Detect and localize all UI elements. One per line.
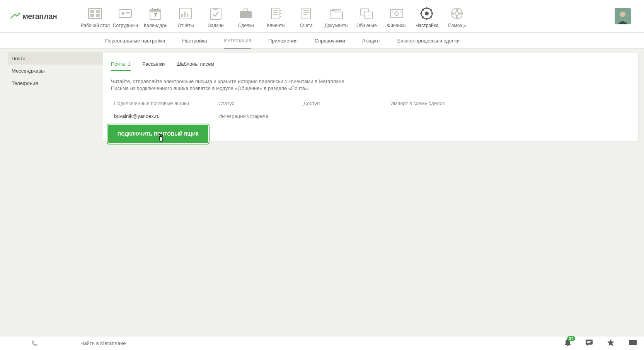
calendar-icon: дек 7 bbox=[148, 7, 163, 20]
nav-employees[interactable]: Сотрудники bbox=[110, 0, 140, 32]
tab-mail[interactable]: Почта 1 bbox=[111, 61, 131, 71]
nav-clients[interactable]: Клиенты bbox=[261, 0, 291, 32]
svg-rect-30 bbox=[303, 12, 309, 13]
table-row[interactable]: buvalnik@yandex.ru Интеграция устарела bbox=[111, 111, 630, 125]
nav-label: Рабочий стол bbox=[81, 23, 110, 28]
svg-rect-57 bbox=[587, 341, 591, 342]
svg-rect-4 bbox=[96, 14, 100, 17]
subnav-personal[interactable]: Персональные настройки bbox=[105, 33, 165, 49]
sub-nav: Персональные настройки Настройка Интегра… bbox=[0, 33, 644, 49]
subnav-integration[interactable]: Интеграция bbox=[224, 33, 251, 49]
subnav-account[interactable]: Аккаунт bbox=[362, 33, 380, 49]
tab-templates[interactable]: Шаблоны писем bbox=[176, 61, 214, 71]
svg-rect-3 bbox=[90, 14, 94, 17]
favorite-button[interactable] bbox=[607, 339, 615, 348]
nav-label: Помощь bbox=[448, 23, 466, 28]
svg-rect-40 bbox=[392, 11, 393, 12]
td-import bbox=[390, 113, 627, 119]
bell-badge: 37 bbox=[567, 336, 575, 341]
logo[interactable]: мегаплан bbox=[10, 12, 57, 21]
svg-rect-15 bbox=[184, 12, 186, 17]
nav-label: Финансы bbox=[387, 23, 406, 28]
subnav-directories[interactable]: Справочники bbox=[315, 33, 345, 49]
tab-broadcasts[interactable]: Рассылки bbox=[142, 61, 165, 71]
svg-rect-14 bbox=[181, 14, 183, 17]
employees-icon bbox=[118, 7, 133, 20]
nav-tasks[interactable]: Задачи bbox=[201, 0, 231, 32]
nav-finance[interactable]: Финансы bbox=[382, 0, 412, 32]
svg-rect-32 bbox=[332, 9, 341, 10]
svg-rect-21 bbox=[271, 8, 279, 19]
svg-rect-31 bbox=[303, 14, 307, 15]
subnav-apps[interactable]: Приложения bbox=[268, 33, 298, 49]
svg-point-43 bbox=[425, 12, 429, 15]
svg-rect-38 bbox=[390, 9, 403, 18]
calendar-day: 7 bbox=[148, 12, 163, 18]
search-input[interactable] bbox=[80, 340, 196, 346]
svg-rect-16 bbox=[187, 13, 188, 17]
bottom-bar: 37 bbox=[0, 336, 644, 350]
connect-mailbox-button[interactable]: ПОДКЛЮЧИТЬ ПОЧТОВЫЙ ЯЩИК bbox=[108, 125, 208, 143]
svg-rect-1 bbox=[90, 10, 94, 13]
svg-rect-26 bbox=[273, 12, 278, 13]
sidebar-item-messengers[interactable]: Мессенджеры bbox=[8, 65, 103, 77]
sidebar-item-mail[interactable]: Почта bbox=[8, 52, 103, 65]
table-header: Подключенные почтовые ящики Статус Досту… bbox=[111, 99, 630, 111]
subnav-bp-deals[interactable]: Бизнес-процессы и сделки bbox=[397, 33, 460, 49]
sidebar-item-telephony[interactable]: Телефония bbox=[8, 77, 103, 89]
reports-icon bbox=[178, 7, 193, 20]
svg-point-35 bbox=[366, 15, 367, 15]
book-button[interactable] bbox=[629, 339, 637, 347]
svg-rect-19 bbox=[240, 11, 252, 18]
nav-calendar[interactable]: дек 7 Календарь bbox=[140, 0, 170, 32]
desktop-icon bbox=[87, 7, 103, 20]
nav-deals[interactable]: Сделки bbox=[231, 0, 261, 32]
nav-label: Документы bbox=[324, 23, 348, 28]
nav-reports[interactable]: Отчёты bbox=[170, 0, 201, 32]
bottom-icons: 37 bbox=[564, 339, 637, 348]
nav-label: Настройки bbox=[416, 23, 438, 28]
mail-table: Подключенные почтовые ящики Статус Досту… bbox=[111, 99, 630, 125]
nav-communication[interactable]: Общение bbox=[351, 0, 382, 32]
svg-rect-56 bbox=[586, 340, 593, 345]
td-access bbox=[303, 113, 390, 119]
th-access: Доступ bbox=[303, 100, 390, 106]
svg-rect-17 bbox=[210, 9, 221, 19]
th-status: Статус bbox=[218, 100, 303, 106]
chat-button[interactable] bbox=[585, 339, 593, 347]
svg-point-53 bbox=[455, 12, 459, 15]
svg-rect-20 bbox=[244, 9, 248, 11]
nav-label: Календарь bbox=[144, 23, 167, 28]
nav-desktop[interactable]: Рабочий стол bbox=[80, 0, 110, 32]
svg-rect-18 bbox=[213, 8, 218, 10]
nav-settings[interactable]: Настройки bbox=[412, 0, 442, 32]
nav-help[interactable]: Помощь bbox=[442, 0, 472, 32]
user-avatar[interactable] bbox=[615, 8, 631, 24]
logo-text: мегаплан bbox=[22, 12, 57, 21]
subnav-settings[interactable]: Настройка bbox=[182, 33, 207, 49]
nav-accounts[interactable]: Счета bbox=[291, 0, 321, 32]
tab-mail-badge: 1 bbox=[128, 61, 131, 67]
deals-icon bbox=[238, 7, 254, 20]
phone-icon[interactable] bbox=[31, 340, 38, 347]
accounts-icon bbox=[298, 7, 314, 20]
svg-rect-25 bbox=[273, 10, 278, 11]
svg-rect-0 bbox=[89, 8, 102, 19]
nav-label: Сотрудники bbox=[113, 23, 138, 28]
svg-point-24 bbox=[280, 16, 281, 17]
calendar-month: дек bbox=[148, 8, 163, 11]
svg-rect-27 bbox=[273, 14, 278, 15]
svg-point-39 bbox=[395, 12, 399, 15]
svg-point-23 bbox=[280, 13, 281, 14]
notifications-button[interactable]: 37 bbox=[564, 339, 571, 348]
desc-line2: Письма из подключенного ящика появятся в… bbox=[111, 85, 630, 92]
clients-icon bbox=[268, 7, 284, 20]
td-status: Интеграция устарела bbox=[218, 113, 303, 119]
top-nav: мегаплан Рабочий стол Сотрудники дек 7 К… bbox=[0, 0, 644, 33]
svg-rect-28 bbox=[302, 8, 310, 19]
settings-icon bbox=[419, 7, 434, 20]
nav-items: Рабочий стол Сотрудники дек 7 Календарь … bbox=[80, 0, 472, 32]
nav-documents[interactable]: Документы bbox=[321, 0, 351, 32]
communication-icon bbox=[359, 7, 374, 20]
content-panel: Почта 1 Рассылки Шаблоны писем Читайте, … bbox=[103, 52, 639, 142]
